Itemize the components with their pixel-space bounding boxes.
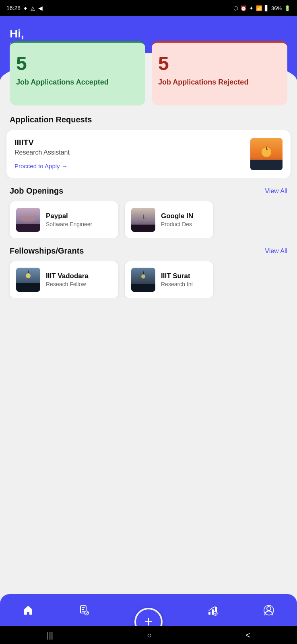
wifi-icon: 📶 (256, 5, 262, 11)
time-display: 16:28 (6, 5, 21, 11)
job-openings-scroll[interactable]: Paypal Software Engineer (0, 201, 297, 238)
google-job-info: Google IN Product Des (161, 212, 193, 227)
job-card-google[interactable]: Google IN Product Des (125, 201, 213, 238)
svg-point-6 (20, 216, 36, 222)
fellowships-scroll[interactable]: IIIT Vadodara Reseach Fellow (0, 261, 297, 298)
application-requests-header: Application Requests (0, 115, 297, 124)
job-openings-section: Job Openings View All (0, 186, 297, 238)
svg-rect-2 (250, 160, 283, 170)
paypal-job-role: Software Engineer (46, 221, 92, 227)
signal-icon: ▋ (265, 5, 269, 11)
vadodara-thumbnail (16, 268, 40, 292)
accepted-label: Job Applications Accepted (16, 78, 139, 87)
application-requests-scroll[interactable]: IIIITV Research Assistant Procced to App… (0, 130, 297, 178)
accepted-count: 5 (16, 52, 139, 74)
job-card-paypal[interactable]: Paypal Software Engineer (10, 201, 118, 238)
documents-icon (78, 605, 90, 616)
surat-role: Research Int (161, 281, 193, 287)
greeting-title: Hi, (10, 27, 287, 40)
google-job-role: Product Des (161, 221, 193, 227)
home-button[interactable]: ○ (147, 631, 152, 640)
request-company: IIIITV (14, 138, 70, 147)
fellowships-header: Fellowships/Grants View All (0, 246, 297, 256)
status-bar-right: ⬡ ⏰ ✦ 📶 ▋ 36% 🔋 (233, 5, 291, 11)
rejected-stat-card: 5 Job Applications Rejected (152, 41, 287, 105)
svg-rect-11 (16, 283, 40, 292)
nav-documents[interactable] (78, 605, 90, 616)
paypal-thumbnail (16, 208, 40, 232)
analytics-icon (207, 605, 219, 616)
fellowships-view-all[interactable]: View All (265, 248, 287, 255)
nav-profile[interactable] (263, 605, 274, 616)
maps-icon: ◬ (31, 5, 35, 11)
stats-row: 5 Job Applications Accepted 5 Job Applic… (0, 41, 297, 105)
application-requests-section: Application Requests IIIITV Research Ass… (0, 115, 297, 178)
svg-rect-20 (82, 609, 84, 610)
surat-job-info: IIIT Surat Research Int (161, 272, 193, 287)
svg-rect-5 (16, 224, 40, 232)
request-card-content: IIIITV Research Assistant Procced to App… (14, 138, 70, 169)
home-icon (23, 605, 34, 616)
application-requests-title: Application Requests (10, 115, 92, 124)
svg-rect-19 (82, 607, 85, 608)
rejected-label: Job Applications Rejected (158, 78, 281, 87)
request-card-iiitv[interactable]: IIIITV Research Assistant Procced to App… (6, 130, 291, 178)
location-icon: ◀ (38, 5, 43, 11)
fellowships-section: Fellowships/Grants View All (0, 246, 297, 298)
job-openings-title: Job Openings (10, 186, 63, 196)
system-nav-bar: ||| ○ < (0, 626, 297, 644)
paypal-company-name: Paypal (46, 212, 92, 220)
svg-point-12 (26, 273, 31, 278)
battery-saver-icon: ⬡ (233, 5, 238, 11)
battery-percent: 36% (271, 5, 282, 11)
surat-thumbnail (131, 268, 155, 292)
accepted-stat-card: 5 Job Applications Accepted (10, 41, 145, 105)
proceed-to-apply-link[interactable]: Procced to Apply → (14, 163, 70, 169)
fellowship-card-vadodara[interactable]: IIIT Vadodara Reseach Fellow (10, 261, 118, 298)
vadodara-company-name: IIIT Vadodara (46, 272, 89, 280)
rejected-count: 5 (158, 52, 281, 74)
status-bar: 16:28 ● ◬ ◀ ⬡ ⏰ ✦ 📶 ▋ 36% 🔋 (0, 0, 297, 16)
nav-home[interactable] (23, 605, 34, 616)
recent-apps-button[interactable]: ||| (47, 631, 53, 640)
vadodara-role: Reseach Fellow (46, 281, 89, 287)
svg-point-16 (141, 275, 145, 279)
whatsapp-icon: ● (24, 5, 27, 11)
fellowship-card-surat[interactable]: IIIT Surat Research Int (125, 261, 213, 298)
svg-rect-23 (208, 612, 210, 615)
svg-rect-15 (131, 284, 155, 292)
profile-icon (263, 605, 274, 616)
status-bar-left: 16:28 ● ◬ ◀ (6, 5, 43, 11)
alarm-icon: ⏰ (240, 5, 247, 11)
main-content: Application Requests IIIITV Research Ass… (0, 105, 297, 355)
job-openings-header: Job Openings View All (0, 186, 297, 196)
battery-icon: 🔋 (284, 5, 291, 11)
bluetooth-icon: ✦ (249, 5, 254, 11)
job-openings-view-all[interactable]: View All (265, 188, 287, 195)
request-thumbnail (250, 138, 283, 170)
fellowships-title: Fellowships/Grants (10, 246, 84, 256)
vadodara-job-info: IIIT Vadodara Reseach Fellow (46, 272, 89, 287)
back-button[interactable]: < (245, 631, 250, 640)
paypal-job-info: Paypal Software Engineer (46, 212, 92, 227)
nav-analytics[interactable] (207, 605, 219, 616)
google-company-name: Google IN (161, 212, 193, 220)
svg-point-26 (213, 611, 217, 615)
svg-rect-8 (131, 225, 155, 232)
surat-company-name: IIIT Surat (161, 272, 193, 280)
request-role: Research Assistant (14, 149, 70, 156)
svg-point-27 (267, 607, 271, 611)
google-thumbnail (131, 208, 155, 232)
